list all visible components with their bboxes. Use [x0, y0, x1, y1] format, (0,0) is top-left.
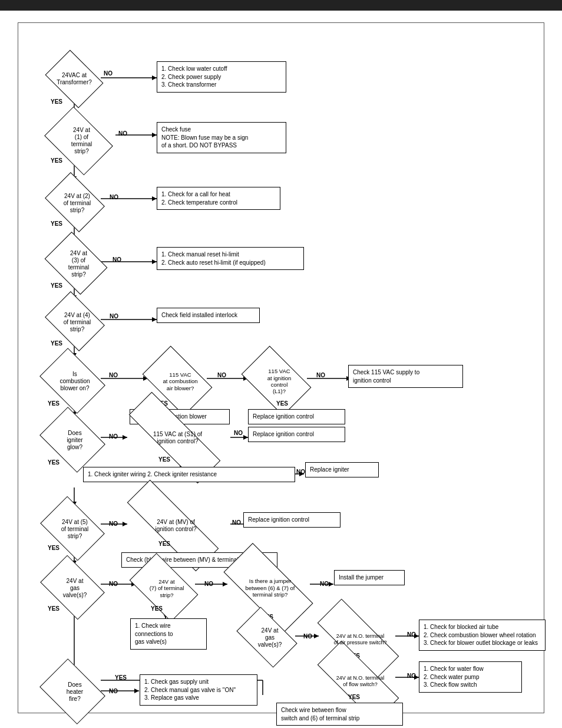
diamond-9: Doesigniterglow? [43, 417, 107, 464]
label-b11-no: NO [296, 469, 305, 475]
svg-marker-11 [152, 196, 157, 201]
box-6: Check 115 VAC supply toignition control [348, 365, 463, 388]
box-17: 1. Check for water flow2. Check water pu… [419, 661, 522, 693]
box-14: Install the jumper [334, 570, 405, 585]
label-d12-no: NO [232, 519, 241, 526]
box-11: 1. Check igniter wiring 2. Check igniter… [83, 467, 295, 482]
page: 24VAC atTransformer? NO YES 1. Check low… [0, 0, 562, 728]
box-12: Replace ignition control [243, 512, 340, 528]
diamond-10: 115 VAC at (S1) ofignition control? [123, 419, 232, 457]
label-d2-no: NO [118, 130, 127, 137]
diamond-8: 115 VACat ignitioncontrol(L1)? [244, 358, 315, 405]
label-d14-no: NO [204, 581, 213, 587]
box-18: Check wire between flowswitch and (6) of… [276, 703, 403, 726]
diamond-3: 24V at (2)of terminalstrip? [48, 181, 107, 225]
box-8: Replace ignition control [248, 409, 345, 424]
diamond-2: 24V at(1) ofterminalstrip? [48, 117, 115, 164]
svg-marker-37 [243, 435, 248, 440]
box-9: Replace ignition control [248, 427, 345, 442]
label-d10-yes: YES [158, 456, 170, 463]
diamond-5: 24V at (4)of terminalstrip? [48, 300, 107, 344]
label-d5-no: NO [110, 313, 118, 319]
label-d10-no: NO [234, 430, 243, 436]
diamond-14: 24V at(7) of terminalstrip? [131, 565, 202, 611]
svg-marker-57 [329, 582, 333, 587]
diamond-6: Iscombustionblower on? [43, 358, 107, 405]
label-d1-no: NO [104, 70, 113, 77]
diamond-18: 24V at N.O. terminalof flow switch? [315, 661, 406, 701]
diamond-19: Doesheaterfire? [43, 668, 107, 716]
label-d8-no: NO [316, 372, 325, 378]
content-area: 24VAC atTransformer? NO YES 1. Check low… [18, 22, 544, 713]
label-d15-no: NO [320, 581, 329, 587]
label-d13-no: NO [109, 581, 118, 587]
diamond-11: 24V at (5)of terminalstrip? [43, 506, 107, 552]
box-19: 1. Check gas supply unit2. Check manual … [140, 674, 257, 706]
label-d7-no: NO [217, 372, 226, 378]
diamond-16: 24V atgasvalve(s)? [238, 617, 302, 658]
box-2: Check fuseNOTE: Blown fuse may be a sign… [157, 122, 286, 153]
diamond-7: 115 VACat combustionair blower? [145, 358, 216, 405]
svg-marker-19 [152, 317, 157, 322]
box-3: 1. Check for a call for heat2. Check tem… [157, 187, 280, 210]
diamond-13: 24V atgasvalve(s)? [43, 565, 107, 611]
flowchart: 24VAC atTransformer? NO YES 1. Check low… [30, 35, 532, 695]
label-d4-no: NO [113, 256, 121, 263]
diamond-1: 24VAC atTransformer? [48, 58, 101, 100]
box-15: 1. Check wireconnections togas valve(s) [130, 618, 207, 650]
box-16: 1. Check for blocked air tube2. Check co… [419, 620, 546, 651]
box-1: 1. Check low water cutoff2. Check power … [157, 61, 286, 93]
label-d19-no: NO [109, 688, 118, 694]
label-d18-no: NO [407, 673, 416, 679]
diamond-17: 24V at N.O. terminalof air pressure swit… [315, 620, 406, 660]
label-d3-no: NO [110, 194, 118, 200]
box-10: Replace igniter [305, 462, 379, 477]
svg-marker-75 [134, 689, 139, 693]
box-5: Check field installed interlock [157, 308, 260, 323]
top-bar [0, 0, 562, 11]
diamond-15: Is there a jumperbetween (6) & (7) ofter… [222, 563, 319, 613]
label-d9-no: NO [109, 433, 118, 440]
svg-marker-15 [152, 259, 157, 264]
label-d19-yes: YES [115, 674, 127, 681]
label-d11-no: NO [109, 521, 118, 527]
svg-marker-3 [152, 75, 157, 80]
label-d17-no: NO [407, 631, 416, 638]
box-4: 1. Check manual reset hi-limit2. Check a… [157, 247, 304, 270]
label-d16-no: NO [303, 633, 312, 640]
svg-marker-7 [152, 133, 157, 137]
label-d6-no: NO [109, 372, 118, 378]
diamond-12: 24V at (MV) ofignition control? [121, 506, 230, 545]
diamond-4: 24V at(3) ofterminalstrip? [48, 241, 110, 287]
